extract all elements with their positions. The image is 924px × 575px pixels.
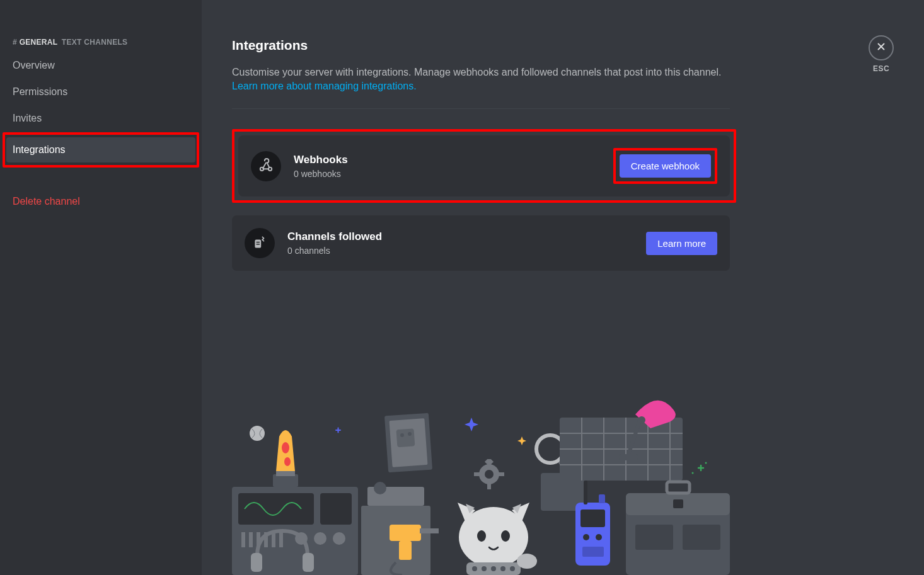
card-text: Webhooks 0 webhooks: [294, 154, 613, 179]
highlight-box-create-button: Create webhook: [613, 148, 717, 184]
channels-followed-card: Channels followed 0 channels Learn more: [232, 215, 730, 271]
sidebar-item-label: Invites: [13, 113, 42, 123]
svg-rect-24: [251, 553, 262, 572]
card-text: Channels followed 0 channels: [287, 231, 646, 256]
svg-point-5: [705, 462, 707, 464]
svg-rect-14: [320, 493, 352, 525]
highlight-box-webhooks: Webhooks 0 webhooks Create webhook: [232, 129, 736, 203]
svg-point-48: [485, 470, 494, 479]
svg-point-61: [596, 534, 602, 540]
close-button[interactable]: [869, 35, 894, 60]
sidebar-item-overview[interactable]: Overview: [6, 53, 195, 78]
svg-rect-50: [487, 483, 491, 489]
header-suffix: TEXT CHANNELS: [62, 38, 128, 47]
svg-point-41: [472, 566, 477, 571]
svg-point-60: [583, 534, 589, 540]
svg-rect-63: [584, 481, 587, 504]
svg-rect-62: [582, 547, 604, 557]
sidebar-item-label: Integrations: [13, 144, 66, 155]
svg-point-9: [284, 457, 291, 466]
channels-followed-subtitle: 0 channels: [287, 246, 646, 256]
close-label: ESC: [869, 64, 894, 73]
svg-point-39: [501, 530, 510, 542]
svg-point-45: [510, 566, 515, 571]
svg-rect-64: [599, 494, 605, 503]
svg-rect-13: [238, 493, 314, 525]
svg-point-23: [333, 532, 345, 545]
svg-point-38: [477, 530, 486, 542]
svg-rect-51: [474, 472, 480, 476]
learn-more-button[interactable]: Learn more: [646, 232, 717, 255]
sidebar-separator: [6, 169, 195, 188]
webhooks-title: Webhooks: [294, 154, 613, 166]
svg-point-43: [491, 566, 496, 571]
webhooks-card: Webhooks 0 webhooks Create webhook: [238, 135, 730, 196]
svg-rect-25: [303, 553, 314, 572]
channel-name: GENERAL: [20, 38, 58, 47]
sidebar-header: # GENERAL TEXT CHANNELS: [6, 38, 195, 52]
sidebar-item-permissions[interactable]: Permissions: [6, 79, 195, 105]
sidebar-item-label: Overview: [13, 60, 55, 71]
footer-illustration: [232, 399, 730, 575]
svg-rect-36: [420, 528, 439, 533]
svg-point-33: [374, 482, 386, 494]
svg-point-8: [282, 442, 289, 453]
svg-rect-4: [257, 244, 260, 244]
svg-point-11: [250, 426, 265, 441]
svg-point-6: [692, 472, 694, 474]
svg-rect-16: [249, 532, 253, 547]
svg-rect-52: [498, 472, 504, 476]
svg-point-29: [400, 433, 404, 437]
svg-rect-35: [399, 541, 412, 560]
svg-rect-28: [396, 428, 415, 447]
sidebar: # GENERAL TEXT CHANNELS Overview Permiss…: [0, 0, 202, 575]
hash-icon: #: [13, 38, 17, 47]
channels-followed-title: Channels followed: [287, 231, 646, 243]
description-text: Customise your server with integrations.…: [232, 67, 721, 77]
create-webhook-button[interactable]: Create webhook: [620, 154, 711, 178]
svg-rect-79: [673, 499, 683, 508]
sidebar-item-invites[interactable]: Invites: [6, 106, 195, 131]
svg-point-30: [408, 432, 412, 436]
page-title: Integrations: [232, 38, 899, 53]
svg-point-22: [314, 532, 326, 545]
svg-rect-20: [279, 532, 283, 547]
sidebar-item-label: Delete channel: [13, 196, 80, 207]
main-content: ESC Integrations Customise your server w…: [202, 0, 924, 575]
svg-rect-19: [272, 532, 275, 547]
svg-rect-78: [667, 482, 690, 493]
svg-rect-75: [619, 454, 638, 460]
highlight-box-sidebar: Integrations: [3, 132, 199, 168]
sidebar-item-delete-channel[interactable]: Delete channel: [6, 189, 195, 214]
webhook-icon: [251, 151, 281, 181]
close-wrap: ESC: [869, 35, 894, 73]
svg-rect-10: [276, 471, 295, 476]
sidebar-item-label: Permissions: [13, 86, 67, 97]
svg-rect-15: [241, 532, 245, 547]
channels-followed-icon: [245, 228, 275, 258]
page-description: Customise your server with integrations.…: [232, 65, 724, 93]
sidebar-item-integrations[interactable]: Integrations: [6, 137, 195, 162]
svg-point-42: [482, 566, 487, 571]
learn-more-link[interactable]: Learn more about managing integrations.: [232, 81, 417, 91]
webhooks-subtitle: 0 webhooks: [294, 169, 613, 179]
svg-rect-3: [257, 242, 260, 242]
svg-point-44: [500, 566, 505, 571]
svg-rect-81: [683, 525, 720, 550]
svg-rect-59: [580, 510, 605, 527]
svg-rect-80: [635, 525, 673, 550]
close-icon: [875, 41, 887, 55]
svg-point-46: [517, 554, 537, 569]
svg-rect-34: [390, 525, 421, 541]
divider: [232, 108, 730, 109]
